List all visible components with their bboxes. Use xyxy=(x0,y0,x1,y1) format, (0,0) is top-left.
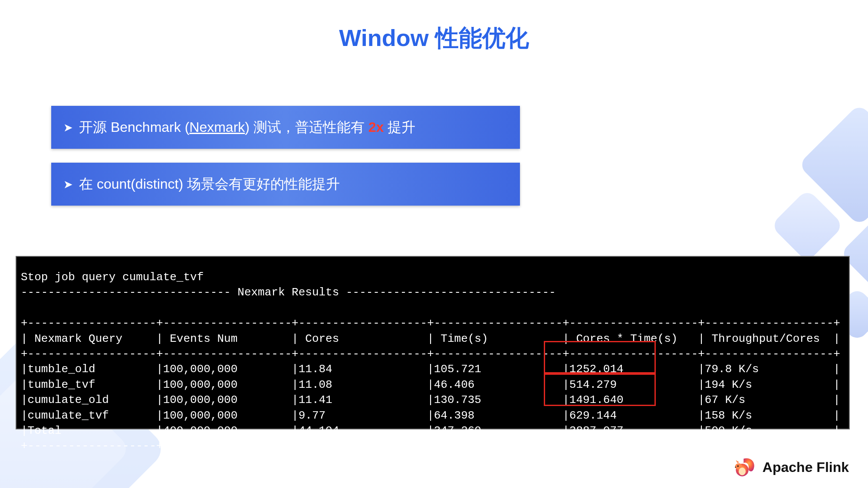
arrow-icon: ➤ xyxy=(63,179,73,190)
bullet-1-mid: ) 测试，普适性能有 xyxy=(245,119,368,135)
svg-point-3 xyxy=(737,465,739,467)
bullet-1-post: 提升 xyxy=(384,119,415,135)
arrow-icon: ➤ xyxy=(63,122,73,133)
svg-point-4 xyxy=(735,467,736,468)
flink-logo-icon xyxy=(733,456,756,478)
footer-brand: Apache Flink xyxy=(733,456,849,478)
footer-brand-label: Apache Flink xyxy=(763,459,849,475)
bullet-2: ➤ 在 count(distinct) 场景会有更好的性能提升 xyxy=(51,163,520,206)
terminal: Stop job query cumulate_tvf ------------… xyxy=(16,256,850,429)
bullet-2-text: 在 count(distinct) 场景会有更好的性能提升 xyxy=(79,175,340,193)
bullet-list: ➤ 开源 Benchmark (Nexmark) 测试，普适性能有 2x 提升 … xyxy=(51,106,520,219)
svg-point-2 xyxy=(739,468,746,475)
bullet-1-red: 2x xyxy=(368,119,384,135)
bullet-1-link: Nexmark xyxy=(189,119,245,135)
bullet-1-pre: 开源 Benchmark ( xyxy=(79,119,189,135)
bullet-1-text: 开源 Benchmark (Nexmark) 测试，普适性能有 2x 提升 xyxy=(79,118,415,137)
bullet-1: ➤ 开源 Benchmark (Nexmark) 测试，普适性能有 2x 提升 xyxy=(51,106,520,149)
page-title: Window 性能优化 xyxy=(0,23,868,54)
terminal-output: Stop job query cumulate_tvf ------------… xyxy=(21,270,846,454)
